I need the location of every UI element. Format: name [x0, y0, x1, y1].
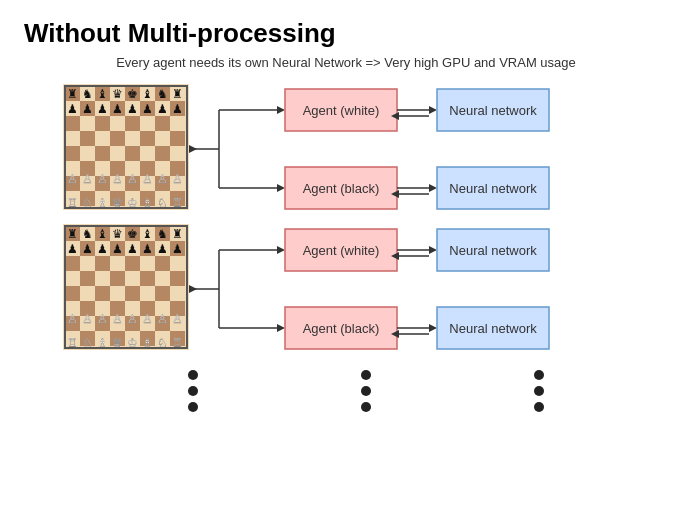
svg-rect-19: [95, 146, 110, 161]
svg-text:♙: ♙: [67, 312, 78, 326]
svg-text:♟: ♟: [127, 242, 138, 256]
svg-text:♟: ♟: [157, 102, 168, 116]
svg-text:♟: ♟: [97, 102, 108, 116]
svg-rect-103: [155, 256, 170, 271]
svg-marker-169: [429, 246, 437, 254]
svg-text:♞: ♞: [82, 87, 93, 101]
dot: [188, 386, 198, 396]
svg-text:♜: ♜: [67, 87, 78, 101]
dots-row: [66, 370, 626, 412]
svg-text:♙: ♙: [142, 312, 153, 326]
chess-board-2: ♜ ♞ ♝ ♛ ♚ ♝ ♞ ♜ ♟ ♟ ♟ ♟ ♟ ♟ ♟ ♟ ♙ ♙ ♙ ♙: [63, 224, 189, 354]
game-group-1: ♜ ♞ ♝ ♛ ♚ ♝ ♞ ♜ ♟ ♟ ♟ ♟ ♟ ♟ ♟ ♟ ♙ ♙ ♙: [63, 84, 629, 214]
dot: [188, 402, 198, 412]
svg-text:♜: ♜: [172, 227, 183, 241]
svg-text:♝: ♝: [97, 227, 108, 241]
svg-rect-14: [80, 131, 95, 146]
svg-rect-110: [125, 286, 140, 301]
svg-text:♙: ♙: [112, 312, 123, 326]
svg-rect-101: [95, 256, 110, 271]
svg-text:Agent (white): Agent (white): [303, 103, 380, 118]
svg-text:♙: ♙: [157, 172, 168, 186]
svg-marker-70: [277, 106, 285, 114]
svg-marker-79: [429, 106, 437, 114]
svg-marker-163: [189, 285, 197, 293]
dot: [361, 402, 371, 412]
svg-text:♝: ♝: [142, 87, 153, 101]
dot: [534, 402, 544, 412]
svg-text:♙: ♙: [127, 312, 138, 326]
svg-rect-104: [80, 271, 95, 286]
chess-board-1: ♜ ♞ ♝ ♛ ♚ ♝ ♞ ♜ ♟ ♟ ♟ ♟ ♟ ♟ ♟ ♟ ♙ ♙ ♙: [63, 84, 189, 214]
dots-col-1: [188, 370, 198, 412]
svg-text:♙: ♙: [172, 312, 183, 326]
svg-marker-173: [429, 324, 437, 332]
svg-rect-20: [125, 146, 140, 161]
svg-text:♞: ♞: [157, 87, 168, 101]
svg-rect-11: [95, 116, 110, 131]
svg-text:♟: ♟: [67, 102, 78, 116]
svg-rect-18: [65, 146, 80, 161]
svg-text:♙: ♙: [97, 172, 108, 186]
svg-text:♝: ♝: [97, 87, 108, 101]
dot: [361, 370, 371, 380]
svg-text:♙: ♙: [67, 172, 78, 186]
dot: [188, 370, 198, 380]
svg-text:♙: ♙: [82, 172, 93, 186]
svg-marker-160: [277, 246, 285, 254]
svg-marker-73: [189, 145, 197, 153]
svg-rect-16: [140, 131, 155, 146]
svg-text:♟: ♟: [82, 102, 93, 116]
game-group-2: ♜ ♞ ♝ ♛ ♚ ♝ ♞ ♜ ♟ ♟ ♟ ♟ ♟ ♟ ♟ ♟ ♙ ♙ ♙ ♙: [63, 224, 629, 354]
svg-text:Agent (black): Agent (black): [303, 181, 380, 196]
svg-text:♛: ♛: [112, 87, 123, 101]
dot: [534, 370, 544, 380]
svg-text:♚: ♚: [127, 87, 138, 101]
svg-rect-17: [170, 131, 185, 146]
arrows-group2: Agent (white) Agent (black) Neural netwo…: [189, 224, 629, 354]
svg-rect-106: [140, 271, 155, 286]
svg-text:Neural network: Neural network: [449, 321, 537, 336]
svg-text:♞: ♞: [157, 227, 168, 241]
svg-rect-108: [65, 286, 80, 301]
svg-text:♝: ♝: [142, 227, 153, 241]
svg-text:♙: ♙: [97, 312, 108, 326]
svg-text:Neural network: Neural network: [449, 243, 537, 258]
svg-text:♙: ♙: [112, 172, 123, 186]
svg-rect-100: [65, 256, 80, 271]
arrows-group1: Agent (white) Agent (black) Neural netwo…: [189, 84, 629, 214]
svg-text:♟: ♟: [112, 102, 123, 116]
svg-text:Agent (white): Agent (white): [303, 243, 380, 258]
svg-text:♜: ♜: [67, 227, 78, 241]
svg-text:♟: ♟: [142, 102, 153, 116]
svg-text:♞: ♞: [82, 227, 93, 241]
svg-text:Neural network: Neural network: [449, 181, 537, 196]
svg-text:♙: ♙: [172, 172, 183, 186]
svg-rect-21: [155, 146, 170, 161]
svg-text:♟: ♟: [172, 242, 183, 256]
svg-text:♟: ♟: [97, 242, 108, 256]
svg-text:♚: ♚: [127, 227, 138, 241]
svg-marker-83: [429, 184, 437, 192]
svg-rect-13: [155, 116, 170, 131]
svg-text:♟: ♟: [157, 242, 168, 256]
svg-text:♟: ♟: [142, 242, 153, 256]
subtitle: Every agent needs its own Neural Network…: [0, 55, 692, 70]
svg-rect-107: [170, 271, 185, 286]
svg-text:♟: ♟: [67, 242, 78, 256]
svg-rect-15: [110, 131, 125, 146]
dot: [361, 386, 371, 396]
svg-text:♟: ♟: [172, 102, 183, 116]
dots-col-3: [534, 370, 544, 412]
svg-text:♟: ♟: [112, 242, 123, 256]
svg-text:♟: ♟: [82, 242, 93, 256]
page-title: Without Multi-processing: [0, 0, 692, 55]
svg-text:♙: ♙: [82, 312, 93, 326]
svg-rect-102: [125, 256, 140, 271]
svg-text:Neural network: Neural network: [449, 103, 537, 118]
svg-rect-105: [110, 271, 125, 286]
svg-rect-12: [125, 116, 140, 131]
dots-col-2: [361, 370, 371, 412]
svg-text:♛: ♛: [112, 227, 123, 241]
svg-text:♙: ♙: [142, 172, 153, 186]
